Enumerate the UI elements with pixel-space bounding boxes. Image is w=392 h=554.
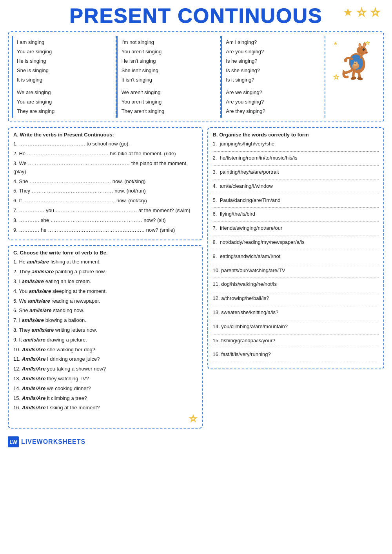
exercise-b-box: B. Organise the words correctly to form … xyxy=(207,127,384,369)
int-6: Are we singing? xyxy=(226,88,321,97)
kangaroo-illustration: ★ ☆ xyxy=(325,36,380,118)
exercise-c-item-15[interactable]: 15. Am/Is/Are it climbing a tree? xyxy=(13,394,197,403)
aff-7: You are singing xyxy=(17,97,113,107)
exercise-b-item-4[interactable]: 4. am/a/cleaning/I/window xyxy=(213,182,379,194)
exercise-b-item-1[interactable]: 1. jumping/is/high/very/she xyxy=(213,140,379,152)
svg-point-9 xyxy=(364,49,365,50)
exercise-b-item-11[interactable]: 11. dog/his/walking/he/not/is xyxy=(213,280,379,292)
aff-4: She is singing xyxy=(17,66,113,75)
exercise-a-item-1[interactable]: 1. ………………………………… to school now (go). xyxy=(13,140,197,148)
exercise-c-item-11[interactable]: 11. Am/Is/Are I drinking orange juice? xyxy=(13,355,197,363)
neg-5: It isn't singing xyxy=(122,75,217,85)
aff-5: It is singing xyxy=(17,75,113,85)
svg-point-19 xyxy=(354,62,356,64)
exercise-a-item-6[interactable]: 6. It ……………………………………………… now. (not/cry) xyxy=(13,197,197,205)
conjugation-section: I am singing You are singing He is singi… xyxy=(8,31,384,122)
aff-8: They are singing xyxy=(17,107,113,116)
exercise-c-item-9[interactable]: 9. It am/is/are drawing a picture. xyxy=(13,336,197,344)
svg-point-11 xyxy=(365,52,367,53)
exercise-c-title: C. Choose the write form of verb to Be. xyxy=(13,250,197,256)
exercise-a-item-9[interactable]: 9. ………… he ………………………………………………… now? (smi… xyxy=(13,226,197,234)
exercise-b-item-10[interactable]: 10. parents/our/watching/are/TV xyxy=(213,267,379,278)
exercise-c-item-5[interactable]: 5. We am/is/are reading a newspaper. xyxy=(13,297,197,305)
exercise-b-item-14[interactable]: 14. you/climbing/a/are/mountain? xyxy=(213,323,379,334)
affirmative-column: I am singing You are singing He is singi… xyxy=(12,36,116,118)
exercise-c-item-7[interactable]: 7. I am/is/are blowing a balloon. xyxy=(13,316,197,325)
exercise-a-box: A. Write the verbs in Present Continuous… xyxy=(8,127,203,240)
neg-7: You aren't singing xyxy=(122,97,217,107)
aff-1: I am singing xyxy=(17,38,113,47)
neg-2: You aren't singing xyxy=(122,47,217,56)
svg-text:★: ★ xyxy=(333,40,338,46)
aff-6: We are singing xyxy=(17,88,113,97)
exercise-a-item-8[interactable]: 8. ………… she ……………………………………………… now? (sit… xyxy=(13,216,197,225)
neg-6: We aren't singing xyxy=(122,88,217,97)
exercise-a-item-7[interactable]: 7. …………… you ………………………………………… at the mom… xyxy=(13,207,197,215)
exercise-b-item-3[interactable]: 3. painting/they/a/are/portrait xyxy=(213,168,379,180)
exercises-ab-row: A. Write the verbs in Present Continuous… xyxy=(8,127,384,433)
star-icon-3: ☆ xyxy=(370,6,380,19)
page-title: PRESENT CONTINUOUS xyxy=(69,4,323,27)
exercise-a-title: A. Write the verbs in Present Continuous… xyxy=(13,132,197,138)
exercise-b-item-6[interactable]: 6. flying/the/is/bird xyxy=(213,210,379,222)
neg-4: She isn't singing xyxy=(122,66,217,75)
exercise-c-item-10[interactable]: 10. Am/Is/Are she walking her dog? xyxy=(13,346,197,354)
exercise-c-item-13[interactable]: 13. Am/Is/Are they watching TV? xyxy=(13,375,197,383)
star-icon-2: ☆ xyxy=(357,6,367,19)
svg-point-15 xyxy=(357,77,363,81)
brand-text: LIVEWORKSHEETS xyxy=(21,438,85,445)
exercise-a-item-2[interactable]: 2. He ………………………………………… his bike at the m… xyxy=(13,150,197,158)
exercise-c-item-8[interactable]: 8. They am/is/are writing letters now. xyxy=(13,326,197,334)
exercise-b-item-9[interactable]: 9. eating/sandwich/a/am/I/not xyxy=(213,252,379,264)
star-icon-1: ★ xyxy=(343,6,353,19)
exercise-c-item-4[interactable]: 4. You am/is/are sleeping at the moment. xyxy=(13,287,197,296)
svg-point-13 xyxy=(344,58,347,62)
exercise-b-item-2[interactable]: 2. he/listening/room/in/to/music/his/is xyxy=(213,154,379,166)
exercise-b-item-16[interactable]: 16. fast/it/is/very/running? xyxy=(213,351,379,362)
svg-text:☆: ☆ xyxy=(365,40,370,46)
negative-column: I'm not singing You aren't singing He is… xyxy=(116,36,221,118)
int-4: Is she singing? xyxy=(226,66,321,75)
exercise-c-item-3[interactable]: 3. I am/is/are eating an ice cream. xyxy=(13,278,197,286)
exercise-c-box: C. Choose the write form of verb to Be. … xyxy=(8,245,203,429)
int-5: Is it singing? xyxy=(226,75,321,85)
exercise-b-item-12[interactable]: 12. a/throwing/he/ball/is? xyxy=(213,294,379,306)
neg-3: He isn't singing xyxy=(122,56,217,66)
neg-8: They aren't singing xyxy=(122,107,217,116)
exercise-b-item-7[interactable]: 7. friends/swinging/not/are/our xyxy=(213,224,379,236)
int-2: Are you singing? xyxy=(226,47,321,56)
exercise-c-item-16[interactable]: 16. Am/Is/Are I skiing at the moment? xyxy=(13,404,197,412)
exercise-a-item-3[interactable]: 3. We …………………………………………………… the piano at … xyxy=(13,160,197,176)
int-3: Is he singing? xyxy=(226,56,321,66)
star-icon-bottom: ☆ xyxy=(189,414,197,423)
exercise-c-item-14[interactable]: 14. Am/Is/Are we cooking dinner? xyxy=(13,385,197,393)
exercise-b-item-8[interactable]: 8. not/daddy/reading/my/newspaper/a/is xyxy=(213,238,379,250)
exercise-c-item-2[interactable]: 2. They am/is/are painting a picture now… xyxy=(13,268,197,276)
svg-text:☆: ☆ xyxy=(333,73,339,80)
exercise-a-item-4[interactable]: 4. She ………………………………………… now. (not/sing) xyxy=(13,178,197,186)
int-1: Am I singing? xyxy=(226,38,321,47)
neg-1: I'm not singing xyxy=(122,38,217,47)
brand-icon: LW xyxy=(8,436,19,447)
exercise-c-item-6[interactable]: 6. She am/is/are standing now. xyxy=(13,307,197,315)
svg-point-20 xyxy=(356,62,358,64)
exercise-a-item-5[interactable]: 5. They ………………………………………… now. (not/run) xyxy=(13,187,197,195)
exercise-c-item-1[interactable]: 1. He am/is/are fishing at the moment. xyxy=(13,258,197,266)
interrogative-column: Am I singing? Are you singing? Is he sin… xyxy=(221,36,325,118)
aff-3: He is singing xyxy=(17,56,113,66)
svg-point-14 xyxy=(350,76,357,80)
int-8: Are they singing? xyxy=(226,107,321,116)
exercise-b-item-15[interactable]: 15. fishing/grandpa/is/your? xyxy=(213,337,379,349)
svg-point-8 xyxy=(363,49,365,51)
exercise-b-title: B. Organise the words correctly to form xyxy=(213,132,379,138)
exercise-c-item-12[interactable]: 12. Am/Is/Are you taking a shower now? xyxy=(13,365,197,373)
exercise-b-item-5[interactable]: 5. Paula/dancing/are/Tim/and xyxy=(213,196,379,208)
int-7: Are you singing? xyxy=(226,97,321,107)
exercise-b-item-13[interactable]: 13. sweater/she/knitting/a/is? xyxy=(213,309,379,320)
brand-footer: LW LIVEWORKSHEETS xyxy=(8,436,384,447)
aff-2: You are singing xyxy=(17,47,113,56)
